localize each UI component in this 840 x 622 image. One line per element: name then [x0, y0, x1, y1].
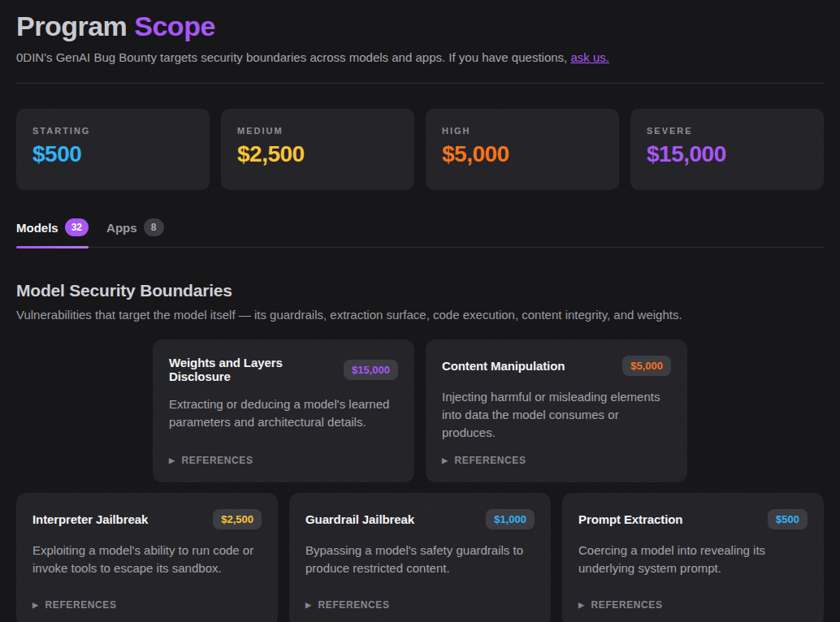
- payout-tier-amount: $2,500: [237, 141, 398, 167]
- card-description: Coercing a model into revealing its unde…: [578, 542, 808, 577]
- page-title: Program Scope: [16, 11, 824, 41]
- card-description: Bypassing a model's safety guardrails to…: [305, 542, 535, 577]
- payout-tier-label: HIGH: [442, 126, 603, 136]
- boundary-cards-row-2: Interpreter Jailbreak $2,500 Exploiting …: [16, 493, 824, 622]
- payout-card-medium: MEDIUM $2,500: [221, 109, 414, 190]
- tab-models-label: Models: [16, 221, 58, 235]
- tab-models-count-badge: 32: [65, 218, 89, 236]
- card-header: Content Manipulation $5,000: [442, 356, 671, 376]
- payout-badge: $1,000: [486, 509, 535, 529]
- payout-tier-label: SEVERE: [647, 126, 808, 136]
- payout-tier-label: STARTING: [32, 126, 193, 136]
- card-header: Prompt Extraction $500: [578, 509, 808, 529]
- payout-badge: $2,500: [213, 509, 262, 529]
- references-toggle[interactable]: ▶ REFERENCES: [305, 586, 535, 611]
- references-toggle[interactable]: ▶ REFERENCES: [32, 586, 262, 611]
- tab-models[interactable]: Models 32: [16, 214, 89, 247]
- references-label: REFERENCES: [591, 599, 663, 611]
- payout-badge: $15,000: [344, 360, 398, 380]
- payout-card-starting: STARTING $500: [16, 109, 210, 190]
- section-description: Vulnerabilities that target the model it…: [16, 308, 824, 322]
- expand-arrow-icon: ▶: [32, 602, 39, 609]
- references-toggle[interactable]: ▶ REFERENCES: [578, 586, 808, 611]
- card-description: Extracting or deducing a model's learned…: [169, 395, 398, 431]
- card-guardrail-jailbreak: Guardrail Jailbreak $1,000 Bypassing a m…: [289, 493, 551, 622]
- tab-apps[interactable]: Apps 8: [106, 214, 164, 247]
- card-title: Content Manipulation: [442, 359, 565, 373]
- program-scope-page: Program Scope 0DIN's GenAI Bug Bounty ta…: [0, 0, 840, 622]
- tab-apps-label: Apps: [106, 221, 137, 235]
- payout-tier-amount: $15,000: [647, 141, 808, 167]
- payout-tier-label: MEDIUM: [237, 126, 398, 136]
- subtitle-text: 0DIN's GenAI Bug Bounty targets security…: [16, 50, 570, 64]
- payout-badge: $500: [768, 509, 808, 529]
- boundary-cards-row-1: Weights and Layers Disclosure $15,000 Ex…: [16, 339, 824, 482]
- references-toggle[interactable]: ▶ REFERENCES: [442, 442, 671, 466]
- card-interpreter-jailbreak: Interpreter Jailbreak $2,500 Exploiting …: [16, 493, 278, 622]
- section-heading: Model Security Boundaries: [16, 281, 824, 300]
- card-header: Interpreter Jailbreak $2,500: [32, 509, 262, 529]
- expand-arrow-icon: ▶: [169, 457, 175, 464]
- references-label: REFERENCES: [182, 455, 253, 466]
- page-title-accent: Scope: [134, 11, 215, 41]
- references-label: REFERENCES: [45, 599, 117, 611]
- expand-arrow-icon: ▶: [578, 602, 585, 609]
- references-label: REFERENCES: [318, 599, 390, 611]
- expand-arrow-icon: ▶: [442, 457, 448, 464]
- page-subtitle: 0DIN's GenAI Bug Bounty targets security…: [16, 50, 824, 65]
- references-toggle[interactable]: ▶ REFERENCES: [169, 442, 398, 466]
- page-title-primary: Program: [16, 11, 127, 41]
- payout-tier-amount: $500: [32, 141, 193, 167]
- card-description: Exploiting a model's ability to run code…: [32, 542, 262, 577]
- ask-us-link[interactable]: ask us.: [570, 50, 609, 64]
- payout-card-severe: SEVERE $15,000: [630, 109, 824, 190]
- payout-tier-amount: $5,000: [442, 141, 603, 167]
- references-label: REFERENCES: [455, 455, 526, 466]
- card-title: Prompt Extraction: [578, 512, 682, 526]
- card-weights-and-layers-disclosure: Weights and Layers Disclosure $15,000 Ex…: [153, 339, 414, 482]
- card-header: Guardrail Jailbreak $1,000: [305, 509, 535, 529]
- card-content-manipulation: Content Manipulation $5,000 Injecting ha…: [426, 339, 687, 482]
- tabs-bar: Models 32 Apps 8: [16, 214, 824, 248]
- payout-badge: $5,000: [622, 356, 671, 376]
- payout-tier-row: STARTING $500 MEDIUM $2,500 HIGH $5,000 …: [16, 109, 824, 190]
- card-title: Interpreter Jailbreak: [32, 512, 148, 526]
- card-title: Guardrail Jailbreak: [305, 512, 414, 526]
- card-description: Injecting harmful or misleading elements…: [442, 388, 671, 442]
- card-title: Weights and Layers Disclosure: [169, 356, 336, 383]
- payout-card-high: HIGH $5,000: [426, 109, 619, 190]
- expand-arrow-icon: ▶: [305, 602, 312, 609]
- card-prompt-extraction: Prompt Extraction $500 Coercing a model …: [562, 493, 824, 622]
- tab-apps-count-badge: 8: [144, 218, 164, 236]
- card-header: Weights and Layers Disclosure $15,000: [169, 356, 398, 383]
- header-divider: [16, 83, 824, 84]
